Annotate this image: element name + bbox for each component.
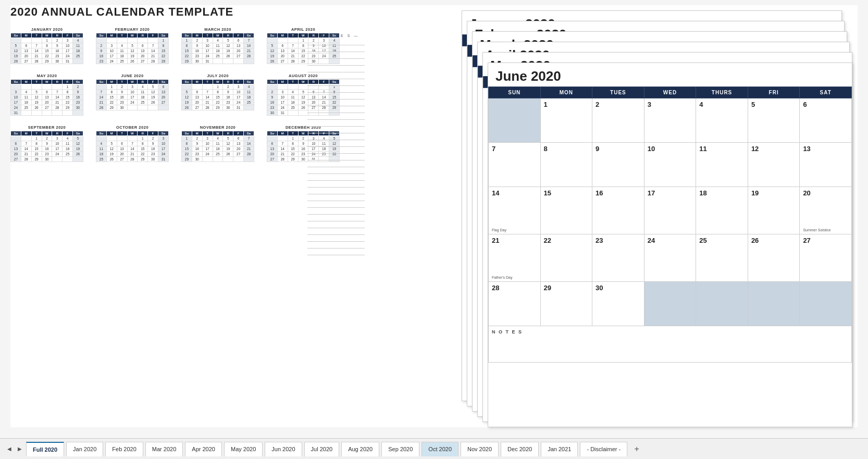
june-table: SUNMONTUESWEDTHURSFRISAT 123456789101112… [488, 86, 852, 363]
notes-line [307, 229, 365, 235]
notes-line [307, 216, 365, 221]
small-cal-title-june: JUNE 2020 [96, 73, 169, 78]
notes-line [307, 162, 365, 167]
tabs-container: Full 2020Jan 2020Feb 2020Mar 2020Apr 202… [26, 442, 628, 456]
notes-line [307, 182, 365, 188]
tab-next-arrow[interactable]: ▶ [16, 445, 24, 453]
sheet-tab-oct-2020[interactable]: Oct 2020 [421, 442, 458, 456]
small-cal-table-february: SuMTWRFSa1234567891011121314151617181920… [96, 33, 169, 64]
notes-line [307, 60, 365, 66]
notes-line [307, 128, 365, 133]
sheet-tab---disclaimer--[interactable]: - Disclaimer - [580, 442, 627, 456]
sheet-tab-jan-2020[interactable]: Jan 2020 [66, 442, 103, 456]
sheet-tab-mar-2020[interactable]: Mar 2020 [145, 442, 183, 456]
tab-bar: ◀ ▶ Full 2020Jan 2020Feb 2020Mar 2020Apr… [0, 438, 868, 459]
june-day-cell: 2 [592, 98, 644, 143]
small-cal-october: OCTOBER 2020SuMTWRFSa1234567891011121314… [96, 125, 169, 162]
june-day-cell: 9 [592, 143, 644, 187]
notes-line [307, 80, 365, 86]
notes-line [307, 148, 365, 154]
small-cal-june: JUNE 2020SuMTWRFSa1234567891011121314151… [96, 73, 169, 116]
sheet-tab-nov-2020[interactable]: Nov 2020 [461, 442, 499, 456]
notes-line [307, 134, 365, 140]
add-sheet-button[interactable]: + [630, 443, 643, 455]
june-day-cell: 4 [696, 98, 748, 143]
sheet-tab-aug-2020[interactable]: Aug 2020 [341, 442, 379, 456]
sheet-tab-dec-2020[interactable]: Dec 2020 [501, 442, 539, 456]
sheet-tab-sep-2020[interactable]: Sep 2020 [381, 442, 419, 456]
notes-line [307, 222, 365, 228]
notes-line [307, 168, 365, 174]
small-cal-title-september: SEPTEMBER 2020 [10, 125, 83, 130]
june-day-cell: 14Flag Day [489, 187, 541, 234]
sheet-tab-full-2020[interactable]: Full 2020 [26, 442, 64, 456]
notes-line [307, 209, 365, 215]
june-day-cell: 29 [540, 282, 592, 326]
notes-line [307, 46, 365, 52]
small-cal-may: MAY 2020SuMTWRFSa12345678910111213141516… [10, 73, 83, 116]
spreadsheet-area: 2020 ANNUAL CALENDAR TEMPLATE JANUARY 20… [0, 0, 868, 438]
small-cal-title-july: JULY 2020 [181, 73, 254, 78]
june-day-cell: 8 [540, 143, 592, 187]
notes-line [307, 243, 365, 249]
small-cal-table-june: SuMTWRFSa1234567891011121314151617181920… [96, 79, 169, 110]
june-day-cell: 22 [540, 234, 592, 282]
notes-line [307, 121, 365, 127]
june-day-cell: 21Father's Day [489, 234, 541, 282]
june-day-cell: 27 [800, 234, 852, 282]
june-day-cell: 19 [748, 187, 800, 234]
small-cal-title-april: APRIL 2020 [267, 27, 340, 32]
june-day-cell: 5 [748, 98, 800, 143]
june-day-cell: 23 [592, 234, 644, 282]
june-day-cell [748, 282, 800, 326]
small-cal-september: SEPTEMBER 2020SuMTWRFSa12345678910111213… [10, 125, 83, 162]
notes-line [307, 195, 365, 201]
small-cal-table-october: SuMTWRFSa1234567891011121314151617181920… [96, 131, 169, 162]
sheet-tab-feb-2020[interactable]: Feb 2020 [105, 442, 143, 456]
notes-line [307, 94, 365, 100]
small-cal-title-may: MAY 2020 [10, 73, 83, 78]
june-day-cell: 6 [800, 98, 852, 143]
sheet-tab-may-2020[interactable]: May 2020 [224, 442, 263, 456]
small-cal-title-february: FEBRUARY 2020 [96, 27, 169, 32]
notes-line [307, 155, 365, 160]
notes-line [307, 53, 365, 59]
notes-section: — N O T E S — [307, 34, 365, 256]
small-cal-title-january: JANUARY 2020 [10, 27, 83, 32]
notes-line [307, 175, 365, 181]
june-day-cell: 7 [489, 143, 541, 187]
page-title: 2020 ANNUAL CALENDAR TEMPLATE [10, 5, 375, 19]
small-cal-table-july: SuMTWRFSa1234567891011121314151617181920… [181, 79, 254, 110]
tab-prev-arrow[interactable]: ◀ [5, 445, 14, 453]
june-day-cell: 11 [696, 143, 748, 187]
small-cal-title-march: MARCH 2020 [181, 27, 254, 32]
content-area: 2020 ANNUAL CALENDAR TEMPLATE JANUARY 20… [10, 5, 858, 427]
small-cal-table-september: SuMTWRFSa1234567891011121314151617181920… [10, 131, 83, 162]
small-cal-february: FEBRUARY 2020SuMTWRFSa123456789101112131… [96, 27, 169, 64]
june-day-cell: 30 [592, 282, 644, 326]
small-cal-title-november: NOVEMBER 2020 [181, 125, 254, 130]
notes-line [307, 202, 365, 208]
june-day-cell [489, 98, 541, 143]
sheet-tab-jul-2020[interactable]: Jul 2020 [304, 442, 340, 456]
notes-line [307, 67, 365, 72]
notes-line [307, 189, 365, 194]
june-day-cell: 20Summer Solstice [800, 187, 852, 234]
june-day-cell: 24 [644, 234, 696, 282]
notes-line [307, 141, 365, 147]
june-day-cell: 15 [540, 187, 592, 234]
notes-line [307, 114, 365, 120]
notes-line [307, 250, 365, 255]
june-day-cell: 17 [644, 187, 696, 234]
june-day-cell: 25 [696, 234, 748, 282]
sheet-tab-jun-2020[interactable]: Jun 2020 [265, 442, 302, 456]
notes-line [307, 236, 365, 242]
monthly-stack: January 2020 SUNMONTUESWEDTHURSFRISAT Fe… [462, 10, 847, 427]
notes-line [307, 107, 365, 113]
sheet-tab-jan-2021[interactable]: Jan 2021 [541, 442, 578, 456]
june-day-cell: 10 [644, 143, 696, 187]
small-cal-march: MARCH 2020SuMTWRFSa123456789101112131415… [181, 27, 254, 64]
notes-line [307, 101, 365, 106]
sheet-tab-apr-2020[interactable]: Apr 2020 [185, 442, 222, 456]
card-june: June 2020 SUNMONTUESWEDTHURSFRISAT 12345… [488, 63, 852, 427]
